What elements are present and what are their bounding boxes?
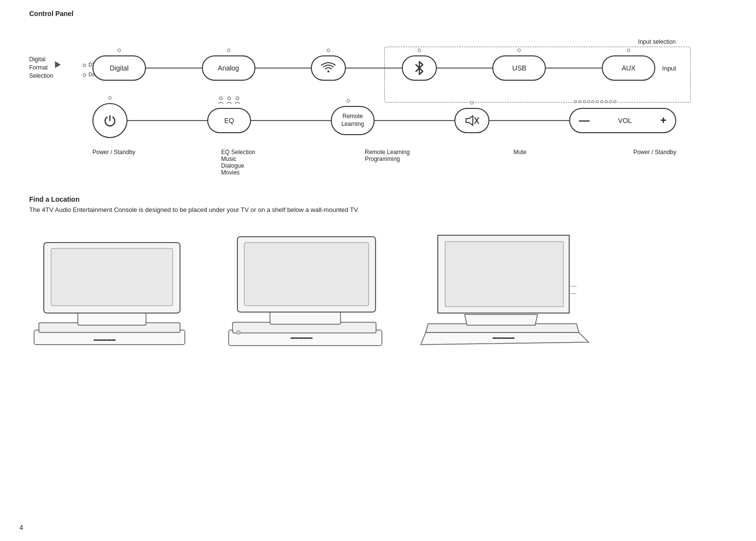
power-icon bbox=[103, 114, 117, 127]
annot-remote: Remote Learning Programming bbox=[365, 149, 423, 162]
mute-button[interactable] bbox=[454, 108, 489, 133]
digital-button[interactable]: Digital bbox=[92, 55, 146, 81]
annot-power-left: Power / Standby bbox=[92, 149, 136, 156]
svg-point-18 bbox=[236, 331, 240, 334]
usb-button[interactable]: USB bbox=[492, 55, 546, 81]
annot-power-right: Power / Standby bbox=[618, 149, 676, 156]
bluetooth-button[interactable] bbox=[402, 55, 437, 81]
vol-plus-icon: + bbox=[660, 115, 666, 126]
eq-indicators bbox=[218, 96, 240, 104]
tv-figure-3: ▬▬▬▬▬ bbox=[418, 228, 584, 370]
svg-marker-21 bbox=[445, 242, 563, 307]
svg-rect-11 bbox=[51, 248, 173, 306]
svg-marker-24 bbox=[465, 314, 538, 325]
aux-button[interactable]: AUX bbox=[602, 55, 655, 81]
svg-point-2 bbox=[228, 97, 231, 100]
annot-eq: EQ Selection Music Dialogue Movies bbox=[221, 149, 275, 176]
format-arrow bbox=[55, 61, 61, 68]
svg-marker-4 bbox=[466, 116, 473, 125]
vol-indicators bbox=[574, 100, 616, 103]
vol-minus-icon: — bbox=[579, 115, 590, 126]
svg-point-1 bbox=[219, 97, 222, 100]
vol-label: VOL bbox=[618, 117, 632, 124]
find-location-description: The 4TV Audio Entertainment Console is d… bbox=[29, 206, 727, 213]
find-location-title: Find a Location bbox=[29, 195, 727, 203]
remote-learning-button[interactable]: RemoteLearning bbox=[331, 106, 375, 135]
tv-figure-1: ▬▬▬▬▬ bbox=[29, 233, 195, 370]
tv-images: ▬▬▬▬▬ ▬▬▬▬▬ ▬▬▬▬▬ bbox=[29, 228, 727, 370]
analog-button[interactable]: Analog bbox=[202, 55, 255, 81]
wifi-icon bbox=[321, 62, 336, 74]
digital-format-label: Digital Format Selection bbox=[29, 55, 53, 80]
input-label: Input bbox=[662, 65, 676, 72]
svg-text:▬▬▬▬▬: ▬▬▬▬▬ bbox=[291, 335, 313, 340]
svg-point-0 bbox=[327, 70, 329, 72]
wifi-button[interactable] bbox=[311, 55, 346, 81]
bluetooth-icon bbox=[414, 61, 425, 75]
svg-point-3 bbox=[236, 97, 239, 100]
mute-icon bbox=[464, 114, 480, 127]
svg-rect-17 bbox=[244, 243, 369, 306]
vol-button[interactable]: — VOL + bbox=[569, 108, 676, 133]
annot-mute: Mute bbox=[513, 149, 542, 156]
svg-text:▬▬▬▬▬: ▬▬▬▬▬ bbox=[493, 335, 515, 340]
tv-figure-2: ▬▬▬▬▬ bbox=[224, 228, 389, 370]
svg-text:▬▬▬▬▬: ▬▬▬▬▬ bbox=[94, 337, 116, 342]
power-button[interactable] bbox=[92, 103, 127, 138]
eq-button[interactable]: EQ bbox=[207, 108, 251, 133]
section-title-control-panel: Control Panel bbox=[29, 10, 727, 17]
page-number: 4 bbox=[19, 524, 23, 531]
